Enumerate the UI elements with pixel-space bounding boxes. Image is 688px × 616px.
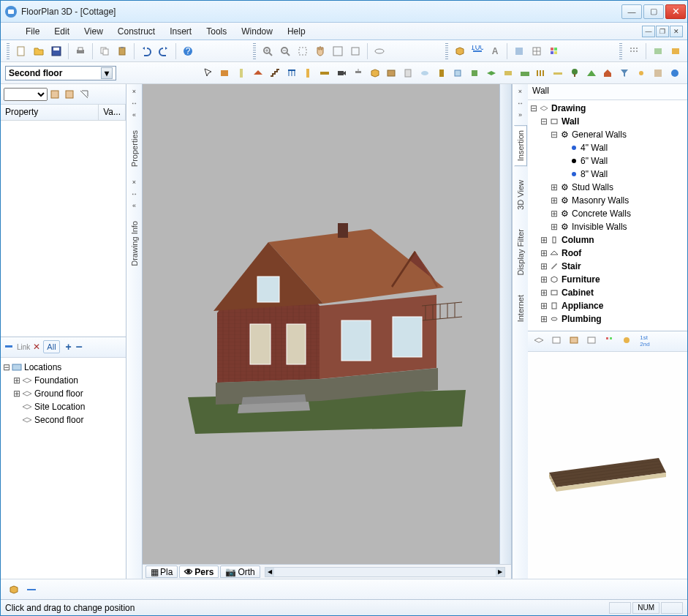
appliance-tool[interactable] bbox=[400, 64, 417, 82]
dock-handle[interactable]: × bbox=[130, 87, 139, 96]
tab-perspective[interactable]: 👁Pers bbox=[179, 566, 219, 578]
menu-help[interactable]: Help bbox=[280, 25, 313, 38]
terrain-tool[interactable] bbox=[516, 64, 533, 82]
dim-icon[interactable] bbox=[23, 581, 40, 598]
toolbar-grip[interactable] bbox=[7, 43, 10, 59]
zoom-window-button[interactable] bbox=[294, 42, 311, 60]
tab-3d-view[interactable]: 3D View bbox=[514, 175, 527, 215]
minimize-button[interactable]: — bbox=[621, 4, 642, 19]
delete-icon[interactable]: ✕ bbox=[33, 342, 40, 352]
menu-construct[interactable]: Construct bbox=[110, 25, 162, 38]
print-button[interactable] bbox=[72, 42, 89, 60]
preview-btn-6[interactable] bbox=[619, 332, 636, 350]
redo-button[interactable] bbox=[155, 42, 173, 60]
tab-internet[interactable]: Internet bbox=[514, 290, 527, 327]
prop-dropdown[interactable] bbox=[4, 88, 48, 101]
dock-handle[interactable]: ↔ bbox=[130, 189, 139, 198]
property-col[interactable]: Property bbox=[1, 105, 99, 120]
menu-window[interactable]: Window bbox=[234, 25, 280, 38]
tree-label[interactable]: Ground floor bbox=[33, 388, 83, 399]
open-button[interactable] bbox=[30, 42, 48, 60]
property-grid[interactable] bbox=[1, 121, 126, 337]
beam-tool[interactable] bbox=[300, 64, 317, 82]
render-tool[interactable] bbox=[583, 64, 600, 82]
rail-tool[interactable] bbox=[283, 64, 300, 82]
dock-handle[interactable]: « bbox=[130, 201, 139, 210]
web-tool[interactable] bbox=[666, 64, 683, 82]
floor-tool[interactable] bbox=[483, 64, 500, 82]
help-button[interactable]: ? bbox=[179, 42, 197, 60]
orbit-button[interactable] bbox=[371, 42, 388, 60]
zoom-in-button[interactable] bbox=[259, 42, 276, 60]
menu-view[interactable]: View bbox=[77, 25, 110, 38]
dock-handle[interactable]: ↔ bbox=[130, 99, 139, 108]
toolbar-grip[interactable] bbox=[253, 43, 256, 59]
insertion-tree[interactable]: ⊟Drawing ⊟Wall ⊟⚙General Walls 4" Wall 6… bbox=[528, 100, 687, 331]
toolbar-grip[interactable] bbox=[619, 43, 622, 59]
level-selector[interactable]: Second floor ▾ bbox=[5, 66, 116, 80]
zoom-extents-button[interactable] bbox=[329, 42, 347, 60]
tab-display-filter[interactable]: Display Filter bbox=[514, 224, 527, 281]
3d-viewport[interactable] bbox=[143, 84, 511, 564]
prop-icon-2[interactable] bbox=[62, 87, 77, 102]
select-tool[interactable] bbox=[200, 64, 216, 82]
dock-handle[interactable]: « bbox=[130, 110, 139, 119]
tree-label[interactable]: Locations bbox=[23, 362, 61, 372]
tree-label[interactable]: Site Location bbox=[33, 402, 85, 412]
tab-plan[interactable]: ▦Pla bbox=[145, 566, 178, 578]
remove-button[interactable]: – bbox=[76, 340, 83, 353]
sun-tool[interactable] bbox=[633, 64, 650, 82]
window-tool[interactable] bbox=[450, 64, 466, 82]
tab-drawing-info[interactable]: Drawing Info bbox=[128, 216, 141, 271]
value-col[interactable]: Va... bbox=[99, 105, 126, 120]
location-tree[interactable]: ⊟ Locations ⊞ Foundation ⊞ Ground floor … bbox=[1, 358, 126, 579]
toolbar-grip[interactable] bbox=[445, 43, 448, 59]
light-tool[interactable] bbox=[349, 64, 366, 82]
dock-handle[interactable]: × bbox=[516, 87, 525, 96]
tab-properties[interactable]: Properties bbox=[128, 125, 141, 172]
plumbing-tool[interactable] bbox=[416, 64, 433, 82]
menu-file[interactable]: File bbox=[18, 25, 47, 38]
preview-btn-7[interactable]: 1st2nd bbox=[636, 332, 654, 350]
notes-tool[interactable] bbox=[649, 64, 666, 82]
menu-edit[interactable]: Edit bbox=[47, 25, 77, 38]
camera-tool[interactable] bbox=[333, 64, 350, 82]
cabinet-tool[interactable] bbox=[383, 64, 400, 82]
ceiling-tool[interactable] bbox=[499, 64, 516, 82]
menu-tools[interactable]: Tools bbox=[199, 25, 234, 38]
tab-ortho[interactable]: 📷Orth bbox=[220, 566, 260, 578]
tab-insertion[interactable]: Insertion bbox=[514, 125, 527, 166]
prop-icon-3[interactable] bbox=[77, 87, 91, 102]
filter-tool[interactable] bbox=[616, 64, 633, 82]
grid-button[interactable] bbox=[528, 42, 545, 60]
scrollbar-v[interactable] bbox=[499, 84, 511, 564]
cfg-button-2[interactable] bbox=[667, 42, 684, 60]
materials-button[interactable] bbox=[545, 42, 563, 60]
scrollbar-h[interactable]: ◀ ▶ bbox=[265, 567, 505, 577]
column-tool[interactable] bbox=[233, 64, 250, 82]
preview-btn-4[interactable] bbox=[583, 332, 601, 350]
preview-btn-2[interactable] bbox=[548, 332, 566, 350]
dock-handle[interactable]: » bbox=[516, 110, 525, 119]
tree-label[interactable]: Second floor bbox=[33, 415, 83, 425]
opening-tool[interactable] bbox=[466, 64, 483, 82]
zoom-out-button[interactable] bbox=[276, 42, 294, 60]
undo-button[interactable] bbox=[137, 42, 155, 60]
maximize-button[interactable]: ▢ bbox=[643, 4, 664, 19]
snap-grid-button[interactable] bbox=[625, 42, 643, 60]
preview-btn-1[interactable] bbox=[531, 332, 548, 350]
dimension-button[interactable]: 100 bbox=[469, 42, 486, 60]
dock-handle[interactable]: ↔ bbox=[516, 99, 525, 108]
zoom-prev-button[interactable] bbox=[347, 42, 364, 60]
fence-tool[interactable] bbox=[533, 64, 550, 82]
preview-btn-5[interactable] bbox=[601, 332, 619, 350]
box-icon[interactable] bbox=[5, 581, 23, 598]
layer-button[interactable] bbox=[510, 42, 528, 60]
save-button[interactable] bbox=[48, 42, 65, 60]
preview-btn-3[interactable] bbox=[566, 332, 583, 350]
expand-icon[interactable]: ⊞ bbox=[12, 388, 21, 399]
wall-tool[interactable] bbox=[216, 64, 233, 82]
expand-icon[interactable]: ⊞ bbox=[12, 375, 21, 386]
slab-tool[interactable] bbox=[317, 64, 333, 82]
close-button[interactable]: ✕ bbox=[665, 4, 686, 19]
